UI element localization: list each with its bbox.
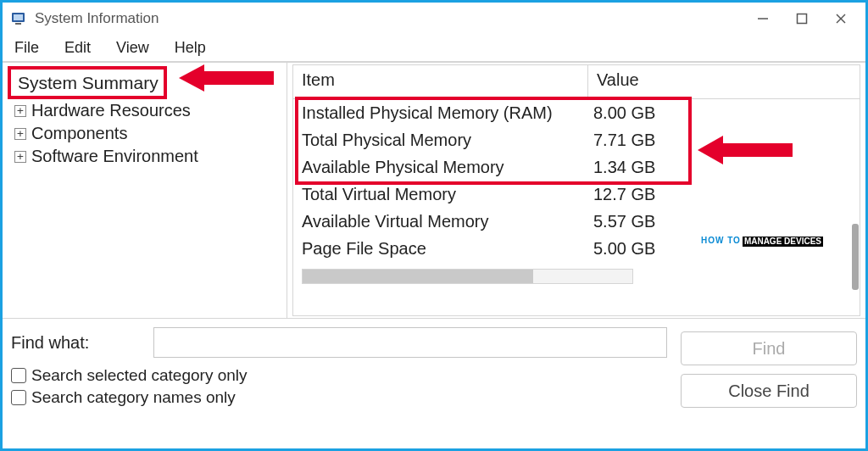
find-label: Find what: <box>11 333 147 353</box>
cell-item: Total Virtual Memory <box>293 181 588 208</box>
tree-root-system-summary[interactable]: System Summary <box>6 66 283 99</box>
tree-item-label: Hardware Resources <box>31 101 191 120</box>
titlebar: System Information <box>3 3 865 35</box>
menubar: File Edit View Help <box>3 35 865 62</box>
cell-value: 5.00 GB <box>588 235 690 262</box>
close-find-button[interactable]: Close Find <box>681 374 857 408</box>
column-header-value[interactable]: Value <box>588 65 860 98</box>
find-button[interactable]: Find <box>681 331 857 365</box>
menu-file[interactable]: File <box>9 37 44 58</box>
minimize-button[interactable] <box>743 5 782 32</box>
cell-value: 5.57 GB <box>588 208 690 235</box>
plus-icon[interactable]: + <box>14 105 26 117</box>
tree-pane: System Summary + Hardware Resources + Co… <box>3 63 287 318</box>
find-buttons: Find Close Find <box>674 331 857 408</box>
watermark-logo: HOW TO MANAGE DEVICES <box>701 237 823 247</box>
cell-item: Available Virtual Memory <box>293 208 588 235</box>
menu-edit[interactable]: Edit <box>59 37 96 58</box>
close-button[interactable] <box>821 5 860 32</box>
content-area: System Summary + Hardware Resources + Co… <box>3 62 865 318</box>
checkbox-label: Search category names only <box>31 388 236 407</box>
tree-root-label: System Summary <box>8 66 167 99</box>
column-header-item[interactable]: Item <box>293 65 588 98</box>
cell-value: 8.00 GB <box>588 99 690 126</box>
svg-rect-2 <box>15 23 21 25</box>
cell-value: 1.34 GB <box>588 153 690 181</box>
menu-view[interactable]: View <box>111 37 154 58</box>
plus-icon[interactable]: + <box>14 128 26 140</box>
cell-value: 12.7 GB <box>588 181 690 208</box>
details-pane: Item Value Installed Physical Memory (RA… <box>292 64 860 316</box>
cell-value: 7.71 GB <box>588 126 690 153</box>
table-row[interactable]: Total Virtual Memory 12.7 GB <box>293 181 860 208</box>
find-input[interactable] <box>153 327 667 358</box>
svg-rect-1 <box>14 14 23 20</box>
window-title: System Information <box>35 10 159 27</box>
table-row[interactable]: Available Physical Memory 1.34 GB <box>293 153 860 181</box>
cell-item: Page File Space <box>293 235 588 262</box>
horizontal-scrollbar[interactable] <box>302 269 633 284</box>
cell-item: Total Physical Memory <box>293 126 588 153</box>
tree-item-label: Components <box>31 124 127 143</box>
checkbox-label: Search selected category only <box>31 366 248 385</box>
tree-item-hardware-resources[interactable]: + Hardware Resources <box>6 99 283 122</box>
menu-help[interactable]: Help <box>170 37 211 58</box>
cell-item: Installed Physical Memory (RAM) <box>293 99 588 126</box>
table-row[interactable]: Installed Physical Memory (RAM) 8.00 GB <box>293 99 860 126</box>
cell-item: Available Physical Memory <box>293 153 588 181</box>
vertical-scrollbar[interactable] <box>852 224 859 290</box>
table-row[interactable]: Total Physical Memory 7.71 GB <box>293 126 860 153</box>
app-icon <box>9 9 28 28</box>
watermark-text-b: MANAGE DEVICES <box>743 237 823 247</box>
details-header: Item Value <box>293 65 860 99</box>
tree-item-components[interactable]: + Components <box>6 122 283 145</box>
watermark-text-a: HOW TO <box>701 237 741 247</box>
checkbox-icon[interactable] <box>11 390 26 405</box>
tree-item-software-environment[interactable]: + Software Environment <box>6 145 283 168</box>
svg-rect-4 <box>798 14 807 24</box>
scrollbar-thumb[interactable] <box>303 270 533 283</box>
table-row[interactable]: Available Virtual Memory 5.57 GB <box>293 208 860 235</box>
plus-icon[interactable]: + <box>14 151 26 163</box>
tree-item-label: Software Environment <box>31 147 198 166</box>
maximize-button[interactable] <box>782 5 821 32</box>
checkbox-icon[interactable] <box>11 368 26 383</box>
